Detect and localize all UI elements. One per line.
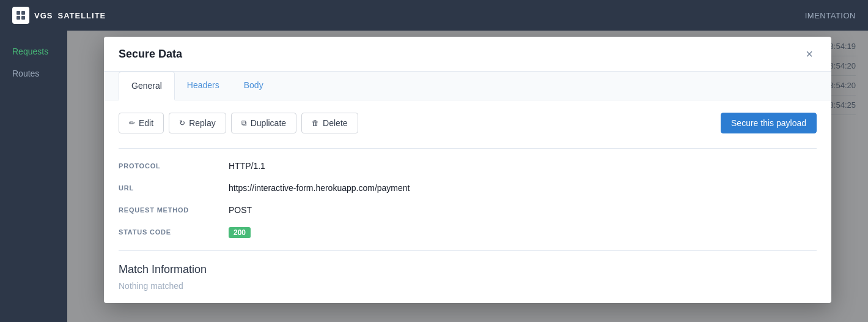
logo-brand: VGS: [34, 11, 53, 20]
svg-rect-0: [17, 11, 20, 15]
delete-icon: 🗑: [312, 119, 319, 127]
delete-button[interactable]: 🗑 Delete: [301, 113, 358, 133]
svg-rect-2: [17, 16, 20, 20]
modal-close-button[interactable]: ×: [802, 47, 817, 61]
match-section: Match Information Nothing matched: [119, 250, 817, 291]
logo: VGS SATELLITE: [12, 7, 106, 24]
match-subtitle: Nothing matched: [119, 281, 817, 291]
url-value: https://interactive-form.herokuapp.com/p…: [229, 183, 410, 193]
svg-rect-3: [21, 16, 25, 20]
doc-link[interactable]: IMENTATION: [805, 11, 856, 20]
logo-product: SATELLITE: [57, 11, 106, 20]
match-title: Match Information: [119, 263, 817, 276]
url-label: URL: [119, 183, 229, 192]
protocol-label: PROTOCOL: [119, 161, 229, 170]
modal-tabs: General Headers Body: [104, 72, 831, 100]
secure-payload-button[interactable]: Secure this payload: [721, 113, 817, 133]
modal-title: Secure Data: [119, 48, 182, 61]
status-badge: 200: [229, 227, 251, 238]
tab-body[interactable]: Body: [232, 72, 276, 100]
duplicate-button[interactable]: ⧉ Duplicate: [231, 113, 296, 133]
svg-rect-1: [21, 11, 25, 15]
main-layout: Requests Routes ay 13:54:19 ay 13:54:20 …: [0, 31, 868, 322]
method-row: REQUEST METHOD POST: [119, 205, 817, 215]
sidebar-item-requests[interactable]: Requests: [0, 40, 67, 62]
url-row: URL https://interactive-form.herokuapp.c…: [119, 183, 817, 193]
modal-header: Secure Data ×: [104, 37, 831, 72]
protocol-row: PROTOCOL HTTP/1.1: [119, 161, 817, 171]
replay-button[interactable]: ↻ Replay: [169, 113, 226, 133]
modal-overlay: Secure Data × General Headers Body: [67, 31, 868, 322]
edit-icon: ✏: [129, 119, 135, 127]
duplicate-icon: ⧉: [241, 119, 247, 127]
method-label: REQUEST METHOD: [119, 205, 229, 214]
tab-general[interactable]: General: [119, 72, 175, 100]
status-label: STATUS CODE: [119, 227, 229, 236]
detail-section: PROTOCOL HTTP/1.1 URL https://interactiv…: [119, 148, 817, 238]
logo-icon: [12, 7, 29, 24]
top-nav: VGS SATELLITE IMENTATION: [0, 0, 868, 31]
tab-headers[interactable]: Headers: [175, 72, 232, 100]
edit-button[interactable]: ✏ Edit: [119, 113, 164, 133]
status-row: STATUS CODE 200: [119, 227, 817, 238]
action-bar: ✏ Edit ↻ Replay ⧉ Duplicate 🗑: [119, 113, 817, 133]
protocol-value: HTTP/1.1: [229, 161, 265, 171]
modal-body: ✏ Edit ↻ Replay ⧉ Duplicate 🗑: [104, 100, 831, 303]
sidebar-item-routes[interactable]: Routes: [0, 62, 67, 84]
method-value: POST: [229, 205, 252, 215]
background-content: ay 13:54:19 ay 13:54:20 ay 13:54:20 ay 1…: [67, 31, 868, 322]
sidebar: Requests Routes: [0, 31, 67, 322]
replay-icon: ↻: [179, 119, 185, 127]
modal: Secure Data × General Headers Body: [104, 37, 831, 303]
